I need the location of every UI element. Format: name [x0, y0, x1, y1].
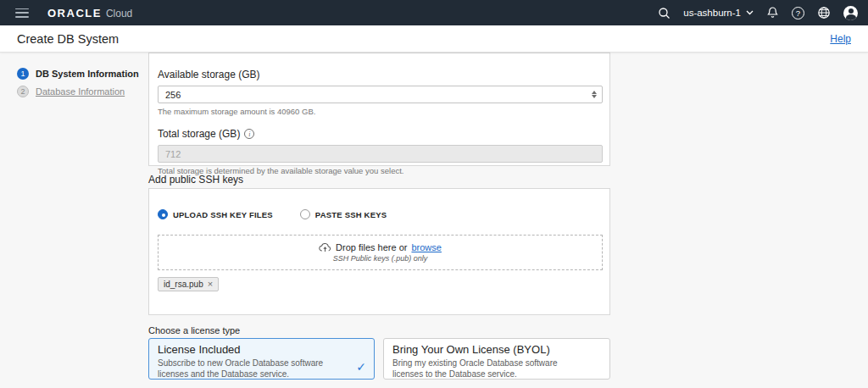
menu-icon[interactable]: [15, 8, 29, 18]
license-card-byol[interactable]: Bring Your Own License (BYOL) Bring my e…: [383, 338, 610, 380]
info-icon[interactable]: i: [244, 129, 254, 139]
step-database-information[interactable]: 2 Database Information: [17, 86, 139, 97]
chevron-down-icon: [746, 10, 754, 15]
total-storage-field: [158, 145, 603, 163]
globe-language-icon[interactable]: [817, 6, 831, 19]
drop-text: Drop files here or: [336, 242, 407, 252]
license-card-title: Bring Your Own License (BYOL): [392, 343, 601, 356]
total-storage-label: Total storage (GB): [158, 128, 240, 140]
step-label: DB System Information: [36, 69, 139, 79]
license-card-included[interactable]: License Included Subscribe to new Oracle…: [148, 338, 375, 380]
radio-paste-label: PASTE SSH KEYS: [315, 210, 387, 219]
step-number: 1: [17, 68, 29, 80]
check-icon: ✓: [356, 360, 366, 374]
license-card-desc: Subscribe to new Oracle Database softwar…: [158, 358, 365, 380]
topbar: ORACLE Cloud us-ashburn-1 ?: [0, 0, 868, 25]
radio-upload-label: UPLOAD SSH KEY FILES: [173, 210, 273, 219]
available-storage-input[interactable]: [159, 86, 602, 103]
ssh-section-label: Add public SSH keys: [148, 174, 243, 186]
stepper-up-icon[interactable]: [592, 91, 597, 94]
region-label: us-ashburn-1: [683, 8, 741, 18]
radio-upload-ssh-key-files[interactable]: UPLOAD SSH KEY FILES: [158, 209, 273, 219]
page-title: Create DB System: [17, 32, 119, 46]
page-header: Create DB System Help: [0, 25, 868, 53]
notifications-bell-icon[interactable]: [766, 6, 779, 19]
region-selector[interactable]: us-ashburn-1: [683, 8, 754, 18]
step-number: 2: [17, 86, 29, 97]
step-db-system-information[interactable]: 1 DB System Information: [17, 68, 139, 80]
total-storage-input: [159, 146, 602, 162]
chip-close-icon[interactable]: ×: [208, 280, 213, 289]
stepper-down-icon[interactable]: [592, 95, 597, 98]
drop-hint: SSH Public keys (.pub) only: [333, 254, 428, 263]
browse-link[interactable]: browse: [411, 242, 441, 252]
file-chip-name: id_rsa.pub: [164, 280, 203, 289]
radio-selected-icon[interactable]: [158, 209, 168, 219]
license-card-desc: Bring my existing Oracle Database softwa…: [392, 358, 601, 380]
license-card-title: License Included: [158, 343, 365, 356]
file-dropzone[interactable]: Drop files here or browse SSH Public key…: [158, 235, 603, 270]
stepper-control[interactable]: [592, 86, 597, 103]
radio-paste-ssh-keys[interactable]: PASTE SSH KEYS: [300, 209, 387, 219]
user-avatar[interactable]: [843, 6, 858, 20]
wizard-steps: 1 DB System Information 2 Database Infor…: [17, 68, 139, 103]
ssh-radio-group: UPLOAD SSH KEY FILES PASTE SSH KEYS: [158, 209, 601, 219]
brand-oracle: ORACLE: [47, 7, 102, 19]
help-link[interactable]: Help: [830, 33, 851, 45]
available-storage-label: Available storage (GB): [158, 69, 601, 80]
oracle-cloud-logo[interactable]: ORACLE Cloud: [47, 7, 132, 19]
license-section-label: Choose a license type: [148, 325, 240, 335]
help-question-icon[interactable]: ?: [792, 7, 804, 19]
ssh-panel: UPLOAD SSH KEY FILES PASTE SSH KEYS Drop…: [148, 188, 610, 315]
file-chip: id_rsa.pub ×: [158, 277, 219, 291]
step-label: Database Information: [36, 86, 125, 97]
cloud-upload-icon: [319, 242, 331, 252]
radio-unselected-icon[interactable]: [300, 209, 310, 219]
question-glyph: ?: [796, 8, 800, 18]
available-storage-field: [158, 86, 603, 103]
available-storage-helper: The maximum storage amount is 40960 GB.: [158, 107, 601, 116]
avatar-person-icon: [849, 8, 854, 14]
search-icon[interactable]: [658, 7, 670, 19]
storage-panel: Available storage (GB) The maximum stora…: [148, 53, 610, 166]
total-storage-label-row: Total storage (GB) i: [158, 128, 601, 140]
brand-cloud: Cloud: [106, 8, 132, 19]
